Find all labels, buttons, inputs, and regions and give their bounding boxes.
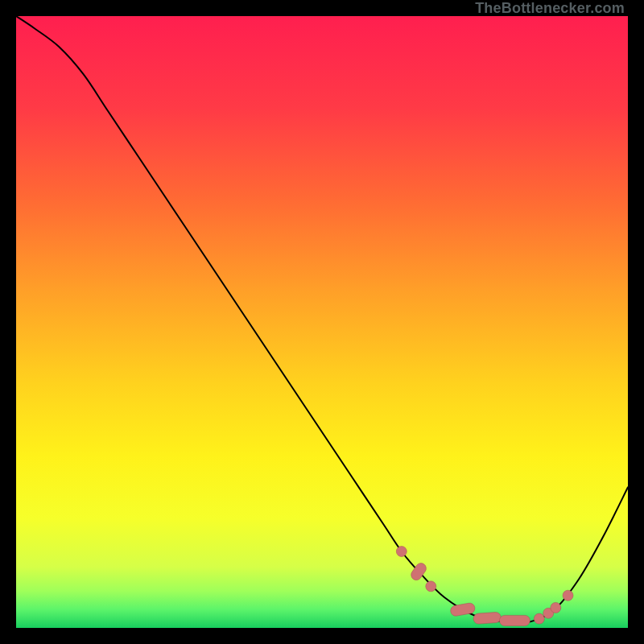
- marker-capsule: [499, 615, 530, 625]
- marker-dot: [534, 613, 544, 624]
- attribution-label: TheBottlenecker.com: [475, 0, 625, 17]
- marker-capsule: [473, 612, 502, 624]
- curve-layer: [16, 16, 628, 628]
- marker-dot: [396, 547, 407, 557]
- threshold-markers: [396, 547, 573, 626]
- marker-dot: [426, 581, 436, 592]
- bottleneck-curve: [16, 16, 628, 623]
- plot-area: [16, 16, 628, 628]
- marker-dot: [563, 590, 573, 601]
